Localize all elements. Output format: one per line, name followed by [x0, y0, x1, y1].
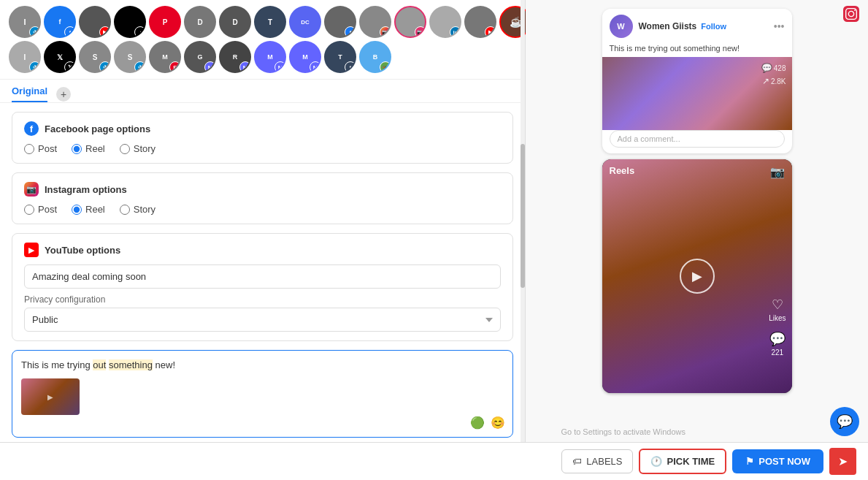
- fb-more-icon[interactable]: •••: [774, 20, 785, 32]
- avatar-pinterest[interactable]: P: [149, 6, 181, 38]
- reels-likes: ♡ Likes: [769, 297, 786, 322]
- text-content: This is me trying out something new!: [21, 358, 504, 373]
- reels-preview-card: Reels 📷 ▶ ♡ Likes 💬 221: [602, 159, 792, 393]
- heart-icon[interactable]: ♡: [772, 297, 783, 313]
- instagram-icon: 📷: [24, 182, 39, 197]
- fb-shares-count: ↗ 2.8K: [762, 76, 786, 86]
- labels-button[interactable]: 🏷 LABELS: [561, 449, 633, 473]
- send-icon: ⚑: [745, 456, 754, 467]
- comments-count: 221: [771, 348, 783, 357]
- avatar-tumblr2[interactable]: Tt: [324, 41, 356, 73]
- ig-radio-group: Post Reel Story: [24, 204, 501, 215]
- avatar-yt2[interactable]: ▶: [464, 6, 496, 38]
- youtube-icon: ▶: [24, 243, 39, 257]
- windows-watermark: Go to Settings to activate Windows: [561, 427, 685, 436]
- emoji-button-1[interactable]: 🟢: [469, 414, 486, 431]
- avatar-dc[interactable]: DC: [289, 6, 321, 38]
- scrollbar-thumb: [521, 144, 525, 288]
- tabs-bar: Original +: [0, 80, 525, 103]
- avatar-strip: I✈ ff ▶ ♪ P D D T DC f 📷 📷 in ▶ ☕ I✈ 𝕏𝕏 …: [0, 0, 525, 80]
- avatar-row-1: I✈ ff ▶ ♪ P D D T DC f 📷 📷 in ▶ ☕: [9, 6, 516, 38]
- ig-post-option[interactable]: Post: [24, 204, 57, 215]
- text-toolbar: 🟢 😊: [469, 414, 507, 431]
- fb-story-option[interactable]: Story: [120, 143, 155, 154]
- fb-preview-name: Women Giists: [639, 21, 697, 31]
- facebook-icon: f: [24, 121, 39, 136]
- avatar-twitter[interactable]: 𝕏𝕏: [44, 41, 76, 73]
- emoji-button-2[interactable]: 😊: [489, 414, 507, 431]
- yt-card-title: YouTube options: [45, 245, 120, 256]
- avatar-r1[interactable]: RM: [219, 41, 251, 73]
- avatar-li[interactable]: in: [429, 6, 461, 38]
- right-panel-inner: W Women Giists Follow ••• This is me try…: [531, 6, 862, 393]
- fb-preview-image: 💬 428 ↗ 2.8K: [602, 57, 792, 130]
- ig-icon-corner: [843, 6, 859, 25]
- fb-stat: 💬 428 ↗ 2.8K: [761, 63, 786, 86]
- right-panel: W Women Giists Follow ••• This is me try…: [526, 0, 868, 480]
- content-area: f Facebook page options Post Reel Story: [0, 103, 525, 480]
- tab-add-button[interactable]: +: [56, 87, 71, 102]
- avatar-b1[interactable]: B🦋: [359, 41, 391, 73]
- comment-icon[interactable]: 💬: [769, 331, 786, 347]
- image-thumbnail: [21, 378, 80, 415]
- fb-preview-card: W Women Giists Follow ••• This is me try…: [602, 9, 792, 153]
- fb-preview-header: W Women Giists Follow •••: [602, 9, 792, 44]
- ig-card-title: Instagram options: [45, 184, 127, 195]
- yt-card-header: ▶ YouTube options: [24, 243, 501, 257]
- left-panel: I✈ ff ▶ ♪ P D D T DC f 📷 📷 in ▶ ☕ I✈ 𝕏𝕏 …: [0, 0, 526, 480]
- avatar-tumblr-1[interactable]: T: [254, 6, 286, 38]
- avatar-d1[interactable]: D: [184, 6, 216, 38]
- fb-preview-follow[interactable]: Follow: [701, 22, 726, 31]
- avatar-facebook[interactable]: ff: [44, 6, 76, 38]
- avatar-s2[interactable]: S✈: [114, 41, 146, 73]
- reels-header-label: Reels: [610, 165, 635, 176]
- avatar-youtube-1[interactable]: ▶: [79, 6, 111, 38]
- label-tag-icon: 🏷: [572, 456, 582, 467]
- scrollbar[interactable]: [521, 0, 525, 480]
- reels-play-button[interactable]: ▶: [680, 259, 715, 294]
- chat-bubble[interactable]: 💬: [830, 407, 859, 436]
- reels-comments: 💬 221: [769, 331, 786, 357]
- fb-reel-option[interactable]: Reel: [72, 143, 105, 154]
- pick-time-button[interactable]: 🕐 PICK TIME: [639, 449, 726, 474]
- fb-preview-comment[interactable]: Add a comment...: [610, 130, 785, 148]
- avatar-ig[interactable]: 📷: [359, 6, 391, 38]
- avatar-d2[interactable]: D: [219, 6, 251, 38]
- reels-camera-icon[interactable]: 📷: [770, 165, 785, 179]
- fb-post-option[interactable]: Post: [24, 143, 57, 154]
- clock-icon: 🕐: [650, 456, 662, 467]
- avatar-in[interactable]: 📷: [394, 6, 426, 38]
- fb-card-header: f Facebook page options: [24, 121, 501, 136]
- tab-original[interactable]: Original: [12, 85, 47, 102]
- fb-comments-count: 💬 428: [761, 63, 786, 73]
- avatar-s1[interactable]: S✈: [79, 41, 111, 73]
- post-now-button[interactable]: ⚑ POST NOW: [732, 449, 823, 473]
- avatar-m1[interactable]: MP: [149, 41, 181, 73]
- avatar-row-2: I✈ 𝕏𝕏 S✈ S✈ MP GM RM MM MM Tt B🦋: [9, 41, 516, 73]
- youtube-options-card: ▶ YouTube options Privacy configuration …: [12, 233, 513, 341]
- highlight-out: out: [93, 359, 106, 370]
- fb-card-title: Facebook page options: [45, 123, 150, 134]
- instagram-options-card: 📷 Instagram options Post Reel Story: [12, 172, 513, 224]
- avatar-telegram[interactable]: I✈: [9, 6, 41, 38]
- text-area-card[interactable]: This is me trying out something new! 🟢 😊: [12, 350, 513, 438]
- avatar-tg2[interactable]: I✈: [9, 41, 41, 73]
- reels-right-actions: ♡ Likes 💬 221: [769, 297, 786, 357]
- yt-title-input[interactable]: [24, 264, 501, 289]
- avatar-fb2[interactable]: f: [324, 6, 356, 38]
- avatar-mast2[interactable]: MM: [289, 41, 321, 73]
- fb-radio-group: Post Reel Story: [24, 143, 501, 154]
- avatar-tiktok[interactable]: ♪: [114, 6, 146, 38]
- avatar-mast1[interactable]: MM: [254, 41, 286, 73]
- ig-story-option[interactable]: Story: [120, 204, 155, 215]
- fb-preview-text: This is me trying out something new!: [602, 44, 792, 57]
- likes-label: Likes: [769, 314, 786, 322]
- ig-card-header: 📷 Instagram options: [24, 182, 501, 197]
- privacy-label: Privacy configuration: [24, 294, 501, 305]
- privacy-select[interactable]: Public Private Unlisted: [24, 308, 501, 332]
- arrow-button[interactable]: ➤: [829, 448, 856, 475]
- ig-reel-option[interactable]: Reel: [72, 204, 105, 215]
- highlight-something: something: [109, 359, 153, 370]
- avatar-g1[interactable]: GM: [184, 41, 216, 73]
- bottom-bar: 🏷 LABELS 🕐 PICK TIME ⚑ POST NOW ➤: [0, 442, 868, 480]
